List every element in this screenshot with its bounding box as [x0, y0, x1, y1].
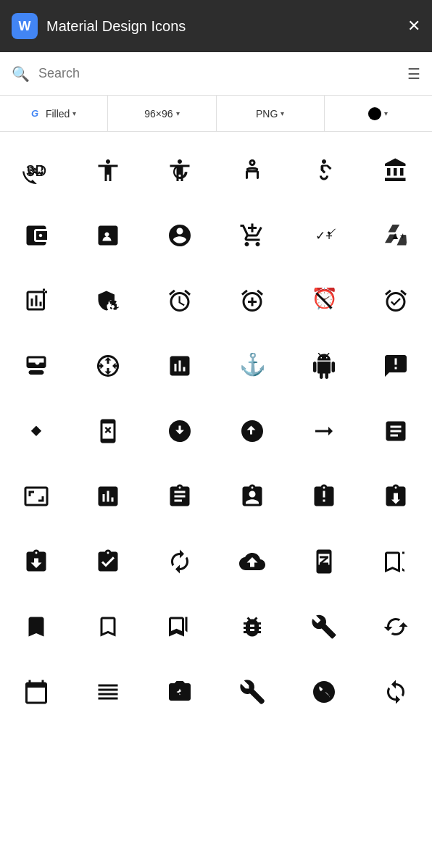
icon-assignment[interactable]: [144, 464, 216, 529]
icon-anchor[interactable]: ⚓: [216, 333, 288, 398]
icon-sync-alt[interactable]: [360, 659, 432, 725]
search-bar: 🔍 ☰: [0, 52, 432, 96]
filter-style[interactable]: G Filled ▾: [0, 96, 108, 131]
icon-analytics[interactable]: [144, 333, 216, 398]
icons-content-area: 3D ✓+ ▲+: [0, 132, 432, 730]
icon-assessment[interactable]: [72, 464, 144, 529]
svg-text:◆: ◆: [30, 420, 41, 440]
icon-account-balance[interactable]: [360, 138, 432, 203]
icon-api[interactable]: ◆: [0, 398, 72, 464]
icon-cached[interactable]: [360, 594, 432, 659]
icon-assignment-return[interactable]: [360, 464, 432, 529]
icon-assignment-ind[interactable]: [216, 464, 288, 529]
icon-backup[interactable]: [216, 529, 288, 594]
icon-wheelchair-pickup[interactable]: [288, 138, 360, 203]
icon-account-box[interactable]: [72, 203, 144, 268]
icon-alarm-on[interactable]: [360, 268, 432, 333]
color-chevron-icon: ▾: [384, 109, 388, 117]
svg-text:⚓: ⚓: [239, 353, 265, 377]
filter-color[interactable]: ▾: [325, 96, 432, 131]
icon-arrow-right-alt[interactable]: [288, 398, 360, 464]
icon-bookmarks-multi[interactable]: [144, 594, 216, 659]
filter-size[interactable]: 96×96 ▾: [108, 96, 216, 131]
search-input[interactable]: [38, 66, 399, 81]
icon-camera-enhance[interactable]: [144, 659, 216, 725]
icon-book-online[interactable]: [288, 529, 360, 594]
icon-account-circle[interactable]: [144, 203, 216, 268]
icon-add-shopping-cart[interactable]: [216, 203, 288, 268]
svg-text:✓+: ✓+: [315, 229, 333, 242]
icons-grid: 3D ✓+ ▲+: [0, 132, 432, 730]
format-chevron-icon: ▾: [281, 109, 284, 117]
icon-announcement[interactable]: [360, 333, 432, 398]
icon-accessible-forward[interactable]: [216, 138, 288, 203]
header-left: W Material Design Icons: [12, 13, 186, 39]
icon-addchart[interactable]: [0, 268, 72, 333]
icon-reorder[interactable]: [72, 659, 144, 725]
icon-accessibility[interactable]: [72, 138, 144, 203]
icon-wrench[interactable]: [216, 659, 288, 725]
search-icon: 🔍: [12, 65, 30, 83]
icon-3d-rotation[interactable]: 3D: [0, 138, 72, 203]
icon-calendar-today[interactable]: [0, 659, 72, 725]
icon-all-inbox[interactable]: [0, 333, 72, 398]
icon-add-task[interactable]: ✓+: [288, 203, 360, 268]
filter-format[interactable]: PNG ▾: [217, 96, 325, 131]
icon-arrow-circle-down[interactable]: [144, 398, 216, 464]
style-chevron-icon: ▾: [72, 109, 76, 117]
icon-bookmarks[interactable]: [360, 529, 432, 594]
icon-android[interactable]: [288, 333, 360, 398]
icon-autorenew[interactable]: [144, 529, 216, 594]
color-dot: [368, 107, 381, 120]
app-title: Material Design Icons: [46, 18, 186, 35]
icon-account-balance-wallet[interactable]: [0, 203, 72, 268]
google-logo: G: [31, 108, 43, 120]
icon-accessible[interactable]: [144, 138, 216, 203]
icon-build-circle[interactable]: [288, 659, 360, 725]
icon-add-to-drive[interactable]: ▲+: [360, 203, 432, 268]
icon-bookmark[interactable]: [0, 594, 72, 659]
icon-article[interactable]: [360, 398, 432, 464]
icon-alarm-off[interactable]: ⏰: [288, 268, 360, 333]
icon-assignment-returned[interactable]: [0, 529, 72, 594]
icon-all-out[interactable]: [72, 333, 144, 398]
filter-format-label: PNG: [256, 108, 278, 120]
svg-text:▲+: ▲+: [391, 230, 406, 241]
icon-arrow-circle-up[interactable]: [216, 398, 288, 464]
icon-bookmark-border[interactable]: [72, 594, 144, 659]
icon-assignment-late[interactable]: [288, 464, 360, 529]
close-button[interactable]: ✕: [407, 18, 420, 34]
filter-size-label: 96×96: [144, 108, 173, 120]
size-chevron-icon: ▾: [176, 109, 180, 117]
icon-alarm[interactable]: [144, 268, 216, 333]
icon-admin-panel-settings[interactable]: [72, 268, 144, 333]
filters-bar: G Filled ▾ 96×96 ▾ PNG ▾ ▾: [0, 96, 432, 132]
menu-icon[interactable]: ☰: [407, 65, 420, 83]
icon-alarm-add[interactable]: [216, 268, 288, 333]
icon-bug-report[interactable]: [216, 594, 288, 659]
icon-app-blocking[interactable]: [72, 398, 144, 464]
app-icon: W: [12, 13, 38, 39]
icon-assignment-turned-in[interactable]: [72, 529, 144, 594]
icon-aspect-ratio[interactable]: [0, 464, 72, 529]
icon-build[interactable]: [288, 594, 360, 659]
filter-style-label: Filled: [46, 108, 70, 120]
app-header: W Material Design Icons ✕: [0, 0, 432, 52]
